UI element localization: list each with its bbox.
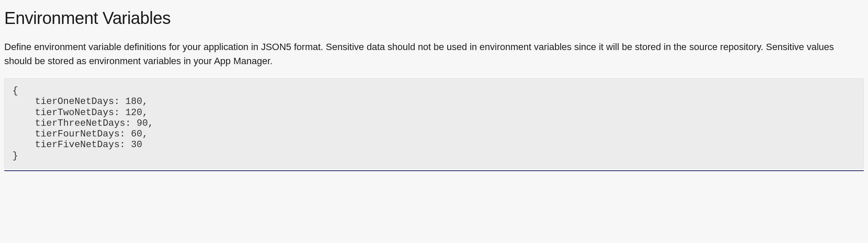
- section-divider: [4, 170, 864, 171]
- section-description: Define environment variable definitions …: [4, 40, 864, 68]
- code-block[interactable]: { tierOneNetDays: 180, tierTwoNetDays: 1…: [4, 78, 864, 169]
- environment-variables-section: Environment Variables Define environment…: [4, 9, 864, 171]
- section-title: Environment Variables: [4, 9, 864, 28]
